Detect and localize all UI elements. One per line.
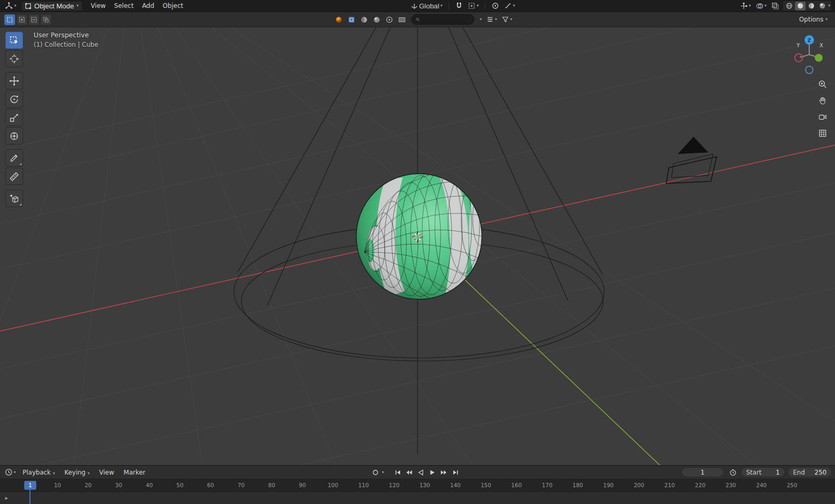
separator [449,2,449,9]
ruler-tick: 120 [389,482,400,488]
rendered-shading-button[interactable] [817,2,828,11]
viewport-3d[interactable]: User Perspective (1) Collection | Cube [0,27,835,465]
show-overlays-dropdown[interactable]: ▾ [754,1,768,11]
camera-object[interactable] [666,137,717,183]
world-button[interactable] [396,14,408,25]
menu-timeline-view[interactable]: View [95,468,118,477]
wireframe-shading-icon [786,2,793,9]
navigation-gizmo[interactable]: Z Y X [791,33,828,77]
falloff-dropdown[interactable]: ▾ [503,1,516,11]
select-mode-set[interactable] [4,14,15,25]
timeline-editor-selector[interactable]: ▾ [3,467,17,478]
filter-funnel-icon [502,16,509,23]
snap-target-dropdown[interactable]: ▾ [466,1,480,11]
tool-add-cube[interactable] [5,190,23,207]
display-mode-dropdown[interactable]: ▾ [485,14,498,25]
playhead[interactable]: 1 [24,481,36,490]
jump-to-end-button[interactable] [450,468,461,477]
auto-keyframe-button[interactable] [370,468,381,477]
current-frame-field[interactable]: 1 [681,467,724,477]
filter-dropdown[interactable]: ▾ [500,14,514,25]
tool-cursor[interactable] [5,50,23,67]
xray-toggle[interactable] [770,1,781,11]
search-box[interactable] [411,14,474,25]
ruler-tick: 200 [634,482,644,488]
snap-toggle[interactable] [454,1,464,11]
selection-mode-icon [43,16,49,23]
jump-to-start-button[interactable] [392,468,403,477]
uv-sphere-object[interactable] [356,169,490,300]
play-button[interactable] [427,468,437,477]
camera-view-button[interactable] [816,110,829,123]
play-reverse-button[interactable] [415,468,426,477]
mode-dropdown[interactable]: Object Mode ▾ [21,1,83,11]
preview-range-button[interactable] [728,467,738,478]
wireframe-shading-button[interactable] [784,2,795,11]
material-shading-icon [808,2,815,9]
material-preview-button[interactable] [333,14,344,25]
menu-keying[interactable]: Keying ▾ [60,468,94,477]
chevron-down-icon[interactable]: ▾ [828,4,830,8]
chevron-down-icon: ▾ [495,17,497,22]
ruler-tick: 170 [542,482,553,488]
selection-mode-icon [18,16,25,23]
record-icon [372,469,379,476]
select-mode-subtract[interactable] [28,14,39,25]
pan-hand-button[interactable] [816,94,829,107]
tool-rotate[interactable] [5,90,23,108]
tool-group-gap [5,146,23,148]
menu-select[interactable]: Select [110,1,138,11]
end-frame-field[interactable]: End 250 [788,467,832,477]
select-mode-intersect[interactable] [40,14,52,25]
gizmo-z-neg-axis[interactable] [806,66,813,74]
submenu-corner-icon [19,203,22,205]
menu-marker[interactable]: Marker [119,468,149,477]
scene-canvas[interactable] [0,27,835,465]
start-frame-field[interactable]: Start 1 [741,467,785,477]
ortho-toggle-button[interactable] [816,127,829,139]
show-gizmo-dropdown[interactable]: ▾ [738,1,752,11]
search-input[interactable] [422,16,470,23]
scene-lights-button[interactable] [384,14,395,25]
tool-move[interactable] [5,72,23,89]
viewport-tile-button[interactable] [346,14,357,25]
menu-add[interactable]: Add [138,1,158,11]
gizmo-x-neg-axis[interactable] [795,54,803,62]
timeline-track[interactable]: ▶ [0,492,835,504]
transform-tool-icon [9,131,19,141]
channel-expand-icon[interactable]: ▶ [5,496,8,500]
orientation-dropdown[interactable]: Global ▾ [409,1,444,11]
timeline-editor: ▾ Playback ▾ Keying ▾ View Marker [0,465,835,504]
menu-view[interactable]: View [87,1,110,11]
editor-type-selector[interactable]: ▾ [3,1,18,11]
menu-playback[interactable]: Playback ▾ [18,468,59,477]
studiolight-button[interactable] [371,14,382,25]
tool-tweak-select[interactable] [5,32,23,49]
tool-transform[interactable] [5,127,23,145]
zoom-button[interactable] [816,78,829,90]
select-mode-extend[interactable] [16,14,27,25]
tool-measure[interactable] [5,168,23,185]
next-keyframe-button[interactable] [439,468,449,477]
tool-annotate[interactable] [5,149,23,167]
search-options-dropdown[interactable]: ▾ [478,14,483,25]
material-shading-button[interactable] [806,2,817,11]
play-back-icon [418,469,424,476]
proportional-edit-toggle[interactable] [490,1,501,11]
tool-scale[interactable] [5,109,23,126]
solid-shading-button[interactable] [795,2,806,11]
options-dropdown[interactable]: Options ▾ [796,14,831,25]
timeline-body[interactable]: 1020304050607080901001101201301401501601… [0,479,835,504]
timeline-ruler[interactable]: 1020304050607080901001101201301401501601… [0,479,835,492]
shading-mode-group: ▾ [782,1,832,11]
chevron-down-icon[interactable]: ▾ [382,470,384,475]
ruler-tick: 240 [756,482,767,488]
selection-mode-icon [6,16,13,23]
gizmo-y-axis[interactable] [815,54,823,62]
submenu-corner-icon [19,163,22,165]
menu-object[interactable]: Object [158,1,187,11]
previous-keyframe-button[interactable] [404,468,414,477]
playhead-line[interactable] [29,490,30,504]
chevron-down-icon: ▾ [14,470,16,475]
matcap-button[interactable] [359,14,370,25]
